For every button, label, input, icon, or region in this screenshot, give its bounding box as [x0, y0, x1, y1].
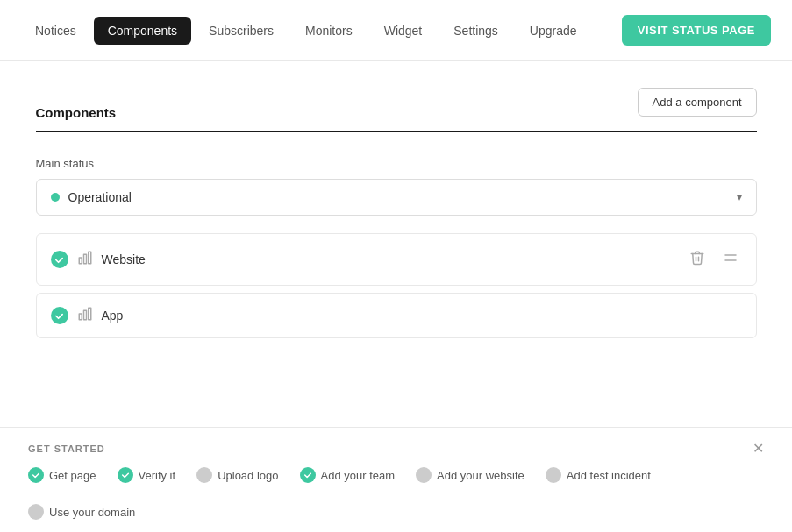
status-left: Operational: [51, 190, 132, 204]
nav-items: Notices Components Subscribers Monitors …: [21, 17, 622, 45]
svg-rect-1: [83, 254, 86, 264]
row-left: Website: [51, 250, 686, 269]
drag-handle-icon[interactable]: [719, 246, 742, 273]
delete-icon[interactable]: [686, 246, 709, 273]
add-component-button[interactable]: Add a component: [638, 88, 757, 117]
svg-rect-6: [83, 310, 86, 320]
status-dot-operational: [51, 193, 60, 202]
nav-item-upgrade[interactable]: Upgrade: [516, 17, 591, 45]
nav-item-components[interactable]: Components: [94, 17, 191, 45]
navbar: Notices Components Subscribers Monitors …: [0, 0, 792, 61]
visit-status-page-button[interactable]: VISIT STATUS PAGE: [622, 15, 771, 46]
status-check-icon: [51, 251, 68, 268]
section-title: Components: [36, 105, 117, 120]
component-row: App: [36, 293, 757, 338]
status-value: Operational: [68, 190, 132, 204]
bar-chart-icon: [77, 250, 93, 269]
chevron-down-icon: ▾: [737, 191, 742, 203]
row-left: App: [51, 306, 742, 325]
nav-item-monitors[interactable]: Monitors: [291, 17, 367, 45]
main-content: Components Add a component Main status O…: [15, 61, 778, 372]
component-row: Website: [36, 233, 757, 286]
section-header: Components Add a component: [36, 88, 757, 132]
svg-rect-2: [88, 252, 90, 264]
svg-rect-7: [88, 308, 90, 320]
nav-item-settings[interactable]: Settings: [439, 17, 512, 45]
svg-rect-0: [79, 258, 82, 264]
nav-item-widget[interactable]: Widget: [370, 17, 437, 45]
component-name: Website: [102, 252, 146, 266]
status-check-icon: [51, 307, 68, 324]
svg-rect-5: [79, 314, 82, 320]
main-status-label: Main status: [36, 157, 757, 170]
bar-chart-icon: [77, 306, 93, 325]
status-dropdown[interactable]: Operational ▾: [36, 179, 757, 216]
nav-item-notices[interactable]: Notices: [21, 17, 90, 45]
nav-item-subscribers[interactable]: Subscribers: [195, 17, 288, 45]
row-actions: [686, 246, 742, 273]
component-name: App: [102, 309, 124, 323]
